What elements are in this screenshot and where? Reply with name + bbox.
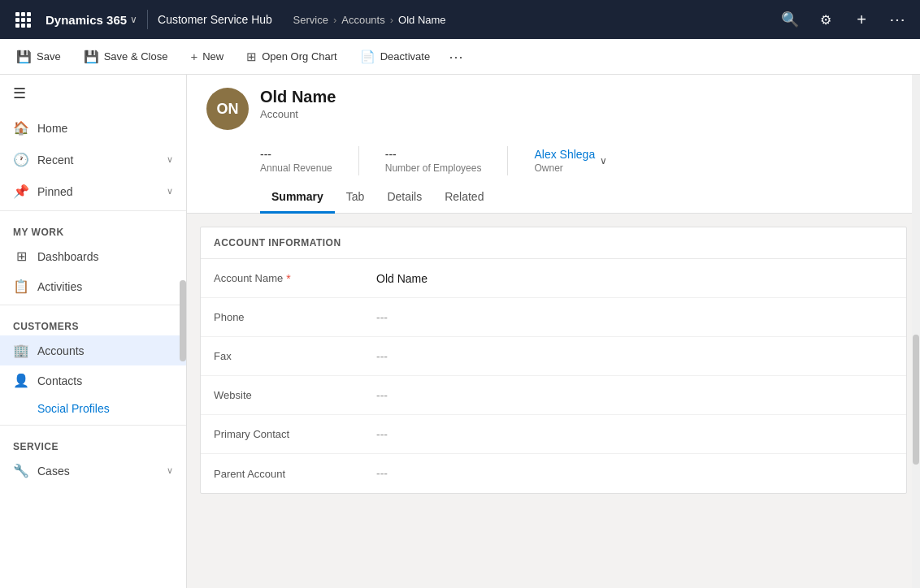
sidebar-item-social-profiles[interactable]: Social Profiles — [0, 396, 186, 422]
deactivate-button[interactable]: 📄 Deactivate — [350, 45, 440, 69]
annual-revenue-label: Annual Revenue — [260, 162, 332, 174]
tab-summary[interactable]: Summary — [260, 182, 335, 214]
new-button[interactable]: + New — [180, 45, 233, 68]
save-label: Save — [37, 50, 61, 63]
section-label-service: Service — [0, 431, 186, 456]
field-value-website[interactable]: --- — [376, 389, 388, 402]
sidebar-item-activities[interactable]: 📋 Activities — [0, 271, 186, 301]
sidebar-item-home[interactable]: 🏠 Home — [0, 112, 186, 144]
app-name: Dynamics 365 — [46, 13, 127, 27]
more-options-button[interactable]: ⋯ — [881, 3, 913, 36]
record-title-block: Old Name Account — [260, 88, 900, 120]
tab-details[interactable]: Details — [375, 182, 433, 214]
field-parent-account: Parent Account --- — [201, 454, 906, 493]
search-button[interactable]: 🔍 — [774, 3, 806, 36]
dashboards-icon: ⊞ — [13, 249, 29, 264]
breadcrumb: Service › Accounts › Old Name — [279, 14, 774, 26]
nav-divider — [147, 10, 148, 29]
meta-divider-1 — [358, 146, 359, 175]
sidebar-pinned-label: Pinned — [37, 185, 158, 198]
record-type: Account — [260, 108, 900, 120]
tab-tab[interactable]: Tab — [335, 182, 376, 214]
section-label-customers: Customers — [0, 311, 186, 335]
field-value-account-name[interactable]: Old Name — [376, 272, 427, 285]
save-close-button[interactable]: 💾 Save & Close — [74, 45, 178, 69]
meta-divider-2 — [507, 146, 508, 175]
main-scrollbar[interactable] — [912, 75, 920, 588]
section-title: ACCOUNT INFORMATION — [201, 227, 906, 259]
search-icon: 🔍 — [781, 11, 799, 28]
sidebar-item-accounts[interactable]: 🏢 Accounts — [0, 335, 186, 365]
avatar: ON — [206, 88, 249, 130]
sidebar: ☰ 🏠 Home 🕐 Recent ∨ 📌 Pinned ∨ My Work ⊞… — [0, 75, 187, 588]
field-value-parent-account[interactable]: --- — [376, 467, 388, 480]
record-meta-employees: --- Number of Employees — [385, 148, 482, 174]
sidebar-recent-label: Recent — [37, 153, 158, 166]
pinned-icon: 📌 — [13, 184, 29, 199]
account-information-section: ACCOUNT INFORMATION Account Name * Old N… — [200, 227, 907, 494]
toolbar: 💾 Save 💾 Save & Close + New ⊞ Open Org C… — [0, 39, 920, 75]
settings-button[interactable]: ⚙ — [809, 3, 842, 36]
avatar-initials: ON — [217, 101, 239, 118]
record-tabs: Summary Tab Details Related — [206, 182, 900, 213]
toolbar-more-button[interactable]: ⋯ — [443, 44, 469, 70]
waffle-menu-button[interactable] — [7, 0, 39, 39]
sidebar-dashboards-label: Dashboards — [37, 250, 173, 263]
new-record-button[interactable]: + — [845, 3, 878, 36]
owner-name[interactable]: Alex Shlega — [534, 148, 595, 161]
breadcrumb-current: Old Name — [398, 14, 446, 26]
owner-chevron-icon[interactable]: ∨ — [600, 155, 607, 166]
sidebar-accounts-label: Accounts — [37, 344, 173, 357]
more-icon: ⋯ — [889, 10, 905, 29]
org-chart-label: Open Org Chart — [262, 50, 337, 63]
tab-related[interactable]: Related — [433, 182, 495, 214]
main-layout: ☰ 🏠 Home 🕐 Recent ∨ 📌 Pinned ∨ My Work ⊞… — [0, 75, 920, 588]
sidebar-scrollbar-thumb — [180, 280, 186, 361]
sidebar-item-dashboards[interactable]: ⊞ Dashboards — [0, 241, 186, 271]
sidebar-cases-label: Cases — [37, 465, 158, 478]
field-value-fax[interactable]: --- — [376, 350, 388, 363]
field-fax: Fax --- — [201, 337, 906, 376]
breadcrumb-accounts[interactable]: Accounts — [341, 14, 384, 26]
field-label-account-name: Account Name * — [214, 272, 376, 285]
app-switcher[interactable]: Dynamics 365 ∨ — [39, 0, 144, 39]
plus-icon: + — [857, 11, 866, 29]
breadcrumb-service[interactable]: Service — [293, 14, 328, 26]
section-label-my-work: My Work — [0, 217, 186, 241]
sidebar-item-recent[interactable]: 🕐 Recent ∨ — [0, 144, 186, 175]
top-nav-actions: 🔍 ⚙ + ⋯ — [774, 3, 913, 36]
breadcrumb-separator — [285, 14, 289, 26]
save-close-label: Save & Close — [104, 50, 168, 63]
record-meta-annual-revenue: --- Annual Revenue — [260, 148, 332, 174]
annual-revenue-value: --- — [260, 148, 332, 161]
record-name: Old Name — [260, 88, 900, 106]
cases-icon: 🔧 — [13, 463, 29, 478]
recent-icon: 🕐 — [13, 152, 29, 167]
open-org-chart-button[interactable]: ⊞ Open Org Chart — [237, 45, 347, 69]
field-label-phone: Phone — [214, 311, 376, 323]
sidebar-home-label: Home — [37, 122, 173, 135]
record-meta: --- Annual Revenue --- Number of Employe… — [206, 140, 900, 175]
field-label-primary-contact: Primary Contact — [214, 428, 376, 440]
pinned-chevron-icon: ∨ — [167, 186, 173, 197]
activities-icon: 📋 — [13, 279, 29, 294]
toolbar-more-icon: ⋯ — [449, 48, 463, 66]
field-value-phone[interactable]: --- — [376, 311, 388, 324]
new-label: New — [202, 50, 223, 63]
record-meta-owner: Alex Shlega Owner ∨ — [534, 148, 607, 174]
sidebar-toggle-button[interactable]: ☰ — [0, 75, 186, 112]
deactivate-label: Deactivate — [380, 50, 430, 63]
recent-chevron-icon: ∨ — [167, 154, 173, 165]
field-website: Website --- — [201, 376, 906, 415]
org-chart-icon: ⊞ — [246, 50, 257, 64]
record-header: ON Old Name Account --- Annual Revenue -… — [187, 75, 920, 214]
settings-icon: ⚙ — [820, 12, 831, 28]
field-value-primary-contact[interactable]: --- — [376, 428, 388, 441]
sidebar-item-contacts[interactable]: 👤 Contacts — [0, 365, 186, 396]
sidebar-activities-label: Activities — [37, 280, 173, 293]
save-button[interactable]: 💾 Save — [7, 45, 71, 69]
breadcrumb-sep-2: › — [390, 14, 393, 26]
accounts-icon: 🏢 — [13, 343, 29, 358]
sidebar-item-cases[interactable]: 🔧 Cases ∨ — [0, 456, 186, 486]
sidebar-item-pinned[interactable]: 📌 Pinned ∨ — [0, 175, 186, 207]
